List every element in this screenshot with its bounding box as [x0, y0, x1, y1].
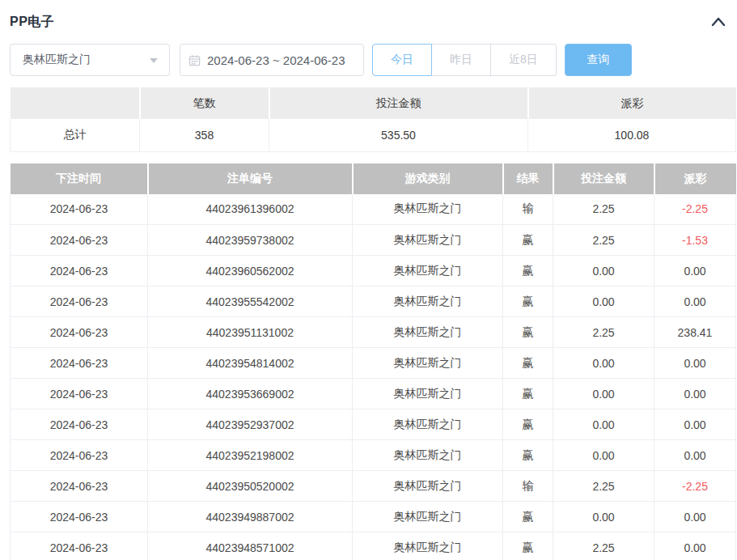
cell-bet-time: 2024-06-23: [11, 440, 148, 471]
summary-col-payout: 派彩: [528, 87, 736, 119]
cell-bet-time: 2024-06-23: [11, 225, 148, 256]
cell-bet-id: 44023948571002: [148, 532, 353, 560]
cell-result: 赢: [503, 317, 553, 348]
cell-bet-amount: 2.25: [553, 225, 654, 256]
col-payout: 派彩: [654, 163, 736, 194]
summary-total-label: 总计: [11, 119, 140, 151]
cell-bet-id: 44023951131002: [148, 317, 353, 348]
panel-header: PP电子: [10, 0, 735, 37]
yesterday-button[interactable]: 昨日: [432, 44, 491, 76]
cell-bet-time: 2024-06-23: [11, 317, 148, 348]
game-select[interactable]: 奥林匹斯之门: [10, 44, 170, 76]
cell-game-type: 奥林匹斯之门: [353, 225, 503, 256]
cell-game-type: 奥林匹斯之门: [353, 256, 503, 286]
betting-records-panel: PP电子 奥林匹斯之门: [0, 0, 737, 560]
search-button[interactable]: 查询: [565, 44, 632, 76]
cell-game-type: 奥林匹斯之门: [353, 379, 503, 409]
cell-game-type: 奥林匹斯之门: [353, 440, 503, 471]
cell-result: 赢: [503, 256, 553, 286]
cell-payout: 0.00: [654, 532, 736, 560]
summary-col-blank: [11, 87, 140, 119]
cell-bet-amount: 0.00: [553, 379, 654, 409]
cell-payout: 0.00: [654, 286, 736, 317]
cell-payout: 0.00: [654, 256, 736, 286]
table-row: 2024-06-2344023960562002奥林匹斯之门赢0.000.00: [11, 256, 736, 286]
cell-payout: -1.53: [654, 225, 736, 256]
table-row: 2024-06-2344023959738002奥林匹斯之门赢2.25-1.53: [11, 225, 736, 256]
table-row: 2024-06-2344023953669002奥林匹斯之门赢0.000.00: [11, 379, 736, 409]
cell-payout: 238.41: [654, 317, 736, 348]
cell-bet-time: 2024-06-23: [11, 409, 148, 440]
col-result: 结果: [503, 163, 553, 194]
cell-result: 赢: [503, 409, 553, 440]
summary-total-count: 358: [140, 119, 269, 151]
cell-payout: 0.00: [654, 502, 736, 532]
cell-payout: 0.00: [654, 348, 736, 379]
col-bet-amount: 投注金额: [553, 163, 654, 194]
cell-payout: -2.25: [654, 194, 736, 225]
calendar-icon: [188, 54, 201, 66]
cell-bet-id: 44023950520002: [148, 471, 353, 502]
cell-game-type: 奥林匹斯之门: [353, 286, 503, 317]
cell-bet-time: 2024-06-23: [11, 502, 148, 532]
cell-result: 赢: [503, 286, 553, 317]
summary-table: 笔数 投注金额 派彩 总计 358 535.50 100.08: [10, 87, 736, 152]
cell-bet-id: 44023953669002: [148, 379, 353, 409]
cell-bet-time: 2024-06-23: [11, 194, 148, 225]
last-8-days-button[interactable]: 近8日: [491, 44, 557, 76]
cell-bet-id: 44023949887002: [148, 502, 353, 532]
cell-bet-id: 44023959738002: [148, 225, 353, 256]
summary-total-payout: 100.08: [528, 119, 736, 151]
table-row: 2024-06-2344023951131002奥林匹斯之门赢2.25238.4…: [11, 317, 736, 348]
cell-bet-time: 2024-06-23: [11, 471, 148, 502]
table-row: 2024-06-2344023950520002奥林匹斯之门输2.25-2.25: [11, 471, 736, 502]
summary-total-bet-amount: 535.50: [269, 119, 528, 151]
table-row: 2024-06-2344023949887002奥林匹斯之门赢0.000.00: [11, 502, 736, 532]
summary-col-bet-amount: 投注金额: [269, 87, 528, 119]
cell-game-type: 奥林匹斯之门: [353, 502, 503, 532]
cell-bet-id: 44023961396002: [148, 194, 353, 225]
col-bet-time: 下注时间: [11, 163, 148, 194]
summary-total-row: 总计 358 535.50 100.08: [11, 119, 736, 151]
cell-result: 赢: [503, 440, 553, 471]
cell-bet-amount: 0.00: [553, 409, 654, 440]
cell-payout: 0.00: [654, 379, 736, 409]
cell-bet-id: 44023955542002: [148, 286, 353, 317]
cell-bet-time: 2024-06-23: [11, 379, 148, 409]
cell-game-type: 奥林匹斯之门: [353, 348, 503, 379]
filter-bar: 奥林匹斯之门 2024-06-23 ~ 2024-06-23: [10, 44, 735, 76]
summary-header-row: 笔数 投注金额 派彩: [11, 87, 736, 119]
cell-result: 赢: [503, 532, 553, 560]
cell-result: 赢: [503, 348, 553, 379]
summary-col-count: 笔数: [140, 87, 269, 119]
cell-bet-amount: 2.25: [553, 194, 654, 225]
collapse-panel-button[interactable]: [709, 13, 727, 31]
cell-game-type: 奥林匹斯之门: [353, 317, 503, 348]
cell-bet-id: 44023952198002: [148, 440, 353, 471]
cell-game-type: 奥林匹斯之门: [353, 532, 503, 560]
cell-bet-amount: 0.00: [553, 502, 654, 532]
cell-result: 赢: [503, 502, 553, 532]
cell-bet-id: 44023960562002: [148, 256, 353, 286]
cell-payout: 0.00: [654, 440, 736, 471]
cell-payout: -2.25: [654, 471, 736, 502]
caret-down-icon: [150, 58, 158, 63]
records-header-row: 下注时间 注单编号 游戏类别 结果 投注金额 派彩: [11, 163, 736, 194]
col-bet-id: 注单编号: [148, 163, 353, 194]
today-button[interactable]: 今日: [372, 44, 432, 76]
cell-bet-amount: 0.00: [553, 348, 654, 379]
table-row: 2024-06-2344023952937002奥林匹斯之门赢0.000.00: [11, 409, 736, 440]
table-row: 2024-06-2344023952198002奥林匹斯之门赢0.000.00: [11, 440, 736, 471]
col-game-type: 游戏类别: [353, 163, 503, 194]
cell-game-type: 奥林匹斯之门: [353, 194, 503, 225]
game-select-value: 奥林匹斯之门: [23, 53, 91, 67]
table-row: 2024-06-2344023954814002奥林匹斯之门赢0.000.00: [11, 348, 736, 379]
chevron-up-icon: [711, 17, 726, 27]
cell-result: 赢: [503, 225, 553, 256]
table-row: 2024-06-2344023955542002奥林匹斯之门赢0.000.00: [11, 286, 736, 317]
table-row: 2024-06-2344023961396002奥林匹斯之门输2.25-2.25: [11, 194, 736, 225]
cell-game-type: 奥林匹斯之门: [353, 471, 503, 502]
cell-bet-amount: 0.00: [553, 440, 654, 471]
date-range-input[interactable]: 2024-06-23 ~ 2024-06-23: [180, 44, 364, 76]
cell-payout: 0.00: [654, 409, 736, 440]
